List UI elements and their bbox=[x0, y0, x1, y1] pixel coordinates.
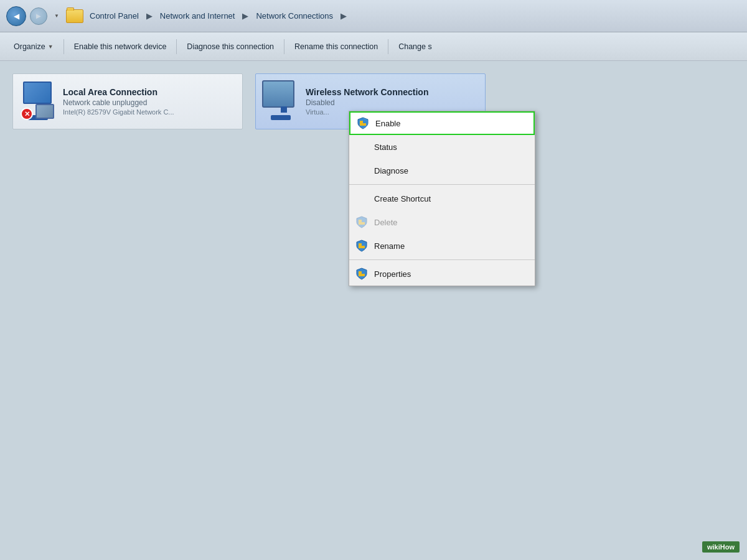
breadcrumb-sep-1: ▶ bbox=[145, 11, 154, 21]
wireless-base bbox=[271, 115, 291, 120]
wireless-name: Wireless Network Connection bbox=[306, 87, 479, 97]
diagnose-label: Diagnose bbox=[374, 166, 408, 175]
wireless-icon bbox=[262, 80, 298, 123]
shortcut-label: Create Shortcut bbox=[374, 194, 431, 203]
back-button[interactable] bbox=[6, 6, 26, 26]
properties-label: Properties bbox=[374, 269, 411, 279]
delete-label: Delete bbox=[374, 218, 398, 227]
shield-placeholder-status bbox=[355, 141, 368, 153]
breadcrumb-sep-3: ▶ bbox=[339, 11, 348, 21]
context-menu-sep-1 bbox=[349, 184, 535, 185]
context-menu-diagnose[interactable]: Diagnose bbox=[349, 159, 535, 182]
context-menu-sep-2 bbox=[349, 259, 535, 260]
address-bar: Control Panel ▶ Network and Internet ▶ N… bbox=[0, 0, 747, 32]
pc-monitor-icon bbox=[23, 82, 52, 104]
shield-icon-properties bbox=[355, 268, 368, 280]
rename-button[interactable]: Rename this connection bbox=[286, 35, 387, 58]
toolbar: Organize ▼ Enable this network device Di… bbox=[0, 32, 747, 61]
toolbar-separator-3 bbox=[284, 39, 284, 54]
context-menu-status[interactable]: Status bbox=[349, 135, 535, 159]
local-area-icon: ✕ bbox=[19, 80, 55, 123]
nav-dropdown[interactable] bbox=[51, 11, 62, 22]
local-area-connection[interactable]: ✕ Local Area Connection Network cable un… bbox=[12, 73, 243, 129]
change-button[interactable]: Change s bbox=[390, 35, 441, 58]
error-badge: ✕ bbox=[21, 108, 33, 120]
wireless-status: Disabled bbox=[306, 98, 479, 107]
local-area-info: Local Area Connection Network cable unpl… bbox=[63, 87, 236, 116]
forward-button[interactable] bbox=[30, 7, 47, 25]
local-area-status: Network cable unplugged bbox=[63, 98, 236, 107]
toolbar-separator-1 bbox=[63, 39, 64, 54]
wifi-monitor-icon bbox=[262, 80, 294, 108]
shield-placeholder-shortcut bbox=[355, 192, 368, 205]
context-menu: Enable Status Diagnose Create Shortcut bbox=[349, 111, 535, 286]
context-menu-enable[interactable]: Enable bbox=[349, 111, 535, 135]
pc2-icon bbox=[35, 104, 54, 119]
shield-icon-rename bbox=[355, 240, 368, 252]
context-menu-create-shortcut[interactable]: Create Shortcut bbox=[349, 187, 535, 210]
shield-icon-enable bbox=[357, 117, 369, 129]
folder-icon bbox=[66, 9, 83, 23]
local-area-name: Local Area Connection bbox=[63, 87, 236, 97]
toolbar-separator-4 bbox=[388, 39, 388, 54]
breadcrumb-network-internet[interactable]: Network and Internet bbox=[157, 10, 238, 22]
wikihow-badge: wikiHow bbox=[702, 541, 740, 553]
context-menu-rename[interactable]: Rename bbox=[349, 234, 535, 258]
context-menu-delete: Delete bbox=[349, 210, 535, 234]
organize-button[interactable]: Organize ▼ bbox=[5, 35, 62, 58]
wireless-stand bbox=[281, 106, 287, 113]
enable-label: Enable bbox=[375, 119, 400, 128]
enable-device-button[interactable]: Enable this network device bbox=[65, 35, 176, 58]
rename-label: Rename bbox=[374, 241, 405, 251]
breadcrumb-sep-2: ▶ bbox=[241, 11, 250, 21]
status-label: Status bbox=[374, 142, 397, 152]
shield-placeholder-diagnose bbox=[355, 164, 368, 177]
toolbar-separator-2 bbox=[176, 39, 177, 54]
breadcrumb-network-connections[interactable]: Network Connections bbox=[253, 10, 336, 22]
main-content: ✕ Local Area Connection Network cable un… bbox=[0, 61, 747, 560]
shield-icon-delete bbox=[355, 216, 368, 228]
local-area-adapter: Intel(R) 82579V Gigabit Network C... bbox=[63, 108, 236, 116]
diagnose-button[interactable]: Diagnose this connection bbox=[178, 35, 283, 58]
context-menu-properties[interactable]: Properties bbox=[349, 262, 535, 286]
organize-dropdown-arrow: ▼ bbox=[48, 44, 54, 50]
breadcrumb-control-panel[interactable]: Control Panel bbox=[87, 10, 141, 22]
